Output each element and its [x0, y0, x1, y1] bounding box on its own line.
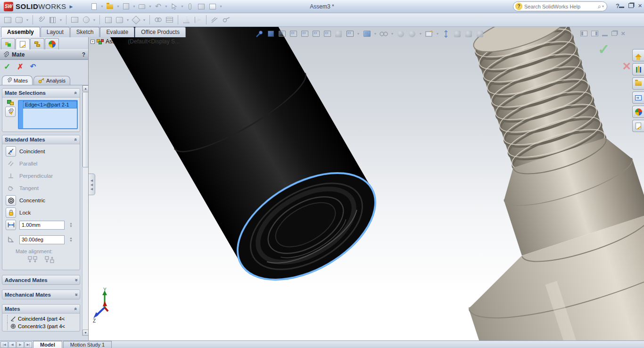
design-library-tab[interactable]: [632, 63, 644, 75]
mate-type-coincident[interactable]: Coincident: [4, 145, 78, 157]
mate-tree-item-coincident4[interactable]: Coincident4 (part 4<: [7, 315, 79, 323]
selected-entity-item[interactable]: Edge<1>@part 2-1: [23, 101, 77, 108]
bill-of-materials-icon[interactable]: [165, 15, 174, 25]
file-properties-icon[interactable]: [196, 1, 206, 12]
smart-fasteners-icon[interactable]: [36, 15, 46, 25]
advanced-mates-header[interactable]: Advanced Mates «: [2, 275, 80, 284]
new-document-icon[interactable]: [89, 1, 99, 12]
mate-tree-item-concentric3[interactable]: Concentric3 (part 4<: [7, 323, 79, 330]
view-palette-tab[interactable]: [632, 91, 644, 104]
display-style-caret[interactable]: ▼: [373, 32, 377, 35]
graphics-area[interactable]: ▼ ▼ ▼ ▼ ▼ × +: [89, 27, 644, 340]
mate-type-perpendicular[interactable]: Perpendicular: [4, 170, 78, 182]
motion-study-tab[interactable]: Motion Study 1: [63, 341, 112, 348]
tab-office-products[interactable]: Office Products: [135, 27, 186, 37]
view-orientation-icon[interactable]: [345, 29, 355, 38]
assembly-features-icon[interactable]: [115, 15, 124, 25]
magnet-mate-icon[interactable]: [185, 1, 195, 12]
explode-line-sketch-icon[interactable]: [193, 15, 203, 25]
home-tab[interactable]: [632, 49, 644, 61]
aligned-button[interactable]: [28, 256, 37, 265]
save-icon[interactable]: [121, 1, 131, 12]
zoom-to-area-icon[interactable]: [277, 29, 287, 38]
tree-expand-button[interactable]: +: [91, 40, 95, 44]
3d-drawing-view-icon[interactable]: [475, 29, 485, 38]
rotate-view-icon[interactable]: [453, 29, 462, 38]
close-button[interactable]: ×: [638, 3, 642, 8]
featuremanager-tab[interactable]: [1, 38, 15, 50]
panel-scrollbar[interactable]: ▲ ▼: [82, 85, 88, 336]
options-caret[interactable]: ▼: [219, 5, 223, 8]
view-cube-icon[interactable]: [322, 29, 332, 38]
menu-flyout-arrow-icon[interactable]: ▶: [70, 4, 73, 9]
apply-scene-caret[interactable]: ▼: [436, 32, 439, 35]
rotate-component-caret[interactable]: ▼: [92, 18, 96, 22]
mate-type-tangent[interactable]: Tangent: [4, 182, 78, 194]
mate-selections-header[interactable]: Mate Selections «: [2, 89, 80, 98]
linear-component-pattern-icon[interactable]: [48, 15, 58, 25]
displaymanager-tab[interactable]: [45, 38, 59, 50]
reference-geometry-caret[interactable]: ▼: [142, 18, 146, 22]
select-cursor-icon[interactable]: [169, 1, 179, 12]
tab-sketch[interactable]: Sketch: [70, 27, 100, 37]
mechanical-mates-header[interactable]: Mechanical Mates «: [2, 290, 80, 299]
nav-prev-button[interactable]: ◀: [8, 341, 16, 348]
anti-aligned-button[interactable]: [45, 256, 54, 265]
scroll-down-button[interactable]: ▼: [83, 330, 88, 336]
pane-right-icon[interactable]: [591, 31, 598, 36]
configurationmanager-tab[interactable]: [30, 38, 44, 50]
pattern-caret[interactable]: ▼: [59, 18, 63, 22]
tab-mates[interactable]: Mates: [2, 75, 33, 85]
insert-components-icon[interactable]: [3, 15, 13, 25]
custom-properties-tab[interactable]: [632, 120, 644, 132]
print-caret[interactable]: ▼: [148, 5, 152, 8]
doc-restore-button[interactable]: [611, 31, 617, 36]
file-explorer-tab[interactable]: [632, 77, 644, 90]
confirm-cancel-icon[interactable]: ×: [622, 58, 631, 74]
search-icon[interactable]: ⌕: [598, 3, 601, 10]
options-icon[interactable]: [207, 1, 218, 12]
mate-type-lock[interactable]: Lock: [4, 207, 78, 219]
previous-view-icon[interactable]: [289, 29, 298, 38]
angle-icon[interactable]: [6, 234, 16, 245]
open-document-caret[interactable]: ▼: [116, 5, 120, 8]
view-settings-icon[interactable]: [441, 29, 451, 38]
edit-appearance-caret[interactable]: ▼: [419, 32, 422, 35]
assembly-features-caret[interactable]: ▼: [126, 18, 130, 22]
ok-button[interactable]: ✓: [4, 62, 10, 72]
reference-geometry-icon[interactable]: [131, 15, 141, 25]
nav-next-button[interactable]: ▶: [17, 341, 24, 348]
tab-assembly[interactable]: Assembly: [1, 27, 40, 37]
search-caret[interactable]: ▼: [601, 5, 605, 8]
magnifier-icon[interactable]: [255, 29, 264, 38]
undo-caret[interactable]: ▼: [164, 5, 168, 8]
print-icon[interactable]: [137, 1, 147, 12]
scroll-up-button[interactable]: ▲: [83, 85, 88, 91]
angle-spinner[interactable]: ▲▼: [69, 237, 73, 242]
interference-detection-icon[interactable]: [210, 15, 220, 25]
move-component-icon[interactable]: [70, 15, 80, 25]
doc-minimize-button[interactable]: [602, 35, 608, 36]
shadows-icon[interactable]: [396, 29, 405, 38]
solidworks-logo[interactable]: SW SOLIDWORKS ▶: [0, 2, 76, 11]
cancel-button[interactable]: ✗: [17, 62, 23, 71]
mate-type-concentric[interactable]: Concentric: [4, 194, 78, 207]
display-style-icon[interactable]: [362, 29, 372, 38]
dynamic-annotation-icon[interactable]: [311, 29, 321, 38]
mate-type-parallel[interactable]: Parallel: [4, 157, 78, 170]
new-document-caret[interactable]: ▼: [100, 5, 104, 8]
standard-mates-header[interactable]: Standard Mates «: [2, 135, 80, 144]
hide-show-items-icon[interactable]: [379, 29, 388, 38]
mates-list-header[interactable]: Mates «: [2, 305, 80, 314]
nav-first-button[interactable]: |◀: [0, 341, 8, 348]
search-input[interactable]: [522, 4, 598, 9]
distance-spinner[interactable]: ▲▼: [69, 222, 73, 228]
search-box[interactable]: ? ⌕ ▼: [513, 1, 607, 11]
hide-show-items-caret[interactable]: ▼: [390, 32, 394, 35]
exploded-view-icon[interactable]: [182, 15, 191, 25]
shaded-cube-icon[interactable]: [334, 29, 343, 38]
distance-icon[interactable]: [6, 220, 16, 230]
model-tab[interactable]: Model: [33, 341, 62, 348]
mate-selection-list[interactable]: Edge<1>@part 2-1: [18, 100, 78, 129]
save-caret[interactable]: ▼: [132, 5, 136, 8]
